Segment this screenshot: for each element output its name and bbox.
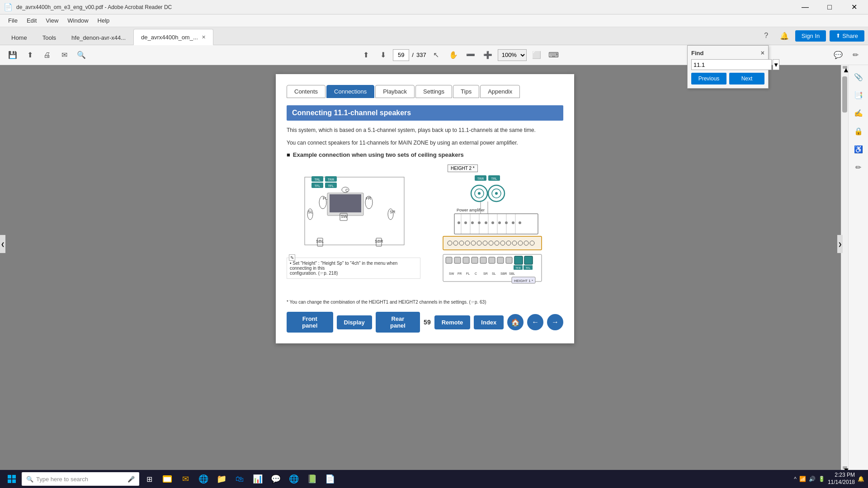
taskbar-folder-icon[interactable]: 📁 [213,471,230,487]
pen-button[interactable]: ✏ [848,48,863,62]
close-button[interactable]: ✕ [844,0,864,14]
svg-rect-77 [463,257,469,263]
sidebar-accessibility[interactable]: ♿ [850,141,867,157]
window-title: de_avrx4400h_om_e3_eng_v00.pdf - Adobe A… [16,4,172,10]
page-number-input[interactable] [393,49,409,61]
room-diagram: TRL TRR TFL TFL FL FR C SL SR [287,164,420,292]
taskbar-edge-icon[interactable]: 🌐 [195,471,212,487]
notification-center[interactable]: 🔔 [858,476,864,482]
find-dropdown-button[interactable]: ▼ [773,59,779,70]
remote-button[interactable]: Remote [434,315,471,329]
doc-tab-settings[interactable]: Settings [415,85,452,98]
svg-text:SL: SL [492,272,496,275]
menu-edit[interactable]: Edit [22,15,41,26]
svg-rect-78 [472,257,478,263]
taskbar-skype-icon[interactable]: 💬 [268,471,284,487]
svg-rect-38 [454,214,538,234]
prev-page-button[interactable]: ⬆ [359,48,373,62]
zoom-selector[interactable]: 100% 50% 75% 125% 150% [498,49,527,61]
hand-tool[interactable]: ✋ [446,48,461,62]
svg-text:TRL: TRL [314,178,320,181]
maximize-button[interactable]: □ [819,0,840,14]
taskbar-store-icon[interactable]: 🛍 [231,471,248,487]
menu-help[interactable]: Help [93,15,114,26]
sidebar-annotations[interactable]: 📎 [850,69,867,85]
next-page-button[interactable]: ⬇ [376,48,390,62]
doc-tab-appendix[interactable]: Appendix [480,85,520,98]
svg-text:TFL: TFL [315,184,321,188]
find-close-button[interactable]: × [761,49,764,56]
marquee-tool[interactable]: ⬜ [529,48,544,62]
sidebar-signatures[interactable]: ✍ [850,105,867,121]
help-button[interactable]: ? [759,28,774,43]
home-nav-button[interactable]: 🏠 [507,314,524,330]
save-button[interactable]: 💾 [5,48,20,62]
print-button[interactable]: 🖨 [40,48,54,62]
start-button[interactable] [4,471,20,487]
tab-bar: Home Tools hfe_denon-avr-x44... de_avrx4… [0,27,868,45]
room-svg: TRL TRR TFL TFL FL FR C SL SR [287,164,413,254]
show-hidden-icons[interactable]: ^ [794,476,797,482]
zoom-in-button[interactable]: ➕ [481,48,495,62]
task-view-button[interactable]: ⊞ [141,471,157,487]
zoom-out-button[interactable]: ➖ [463,48,478,62]
forward-nav-button[interactable]: → [547,314,563,330]
minimize-button[interactable]: — [795,0,816,14]
find-input[interactable] [691,59,772,70]
svg-point-48 [471,221,474,224]
taskbar-acrobat-icon[interactable]: 📄 [322,471,338,487]
find-next-button[interactable]: Next [729,73,764,84]
back-nav-button[interactable]: ← [527,314,543,330]
svg-point-51 [491,221,494,224]
doc-tab-tips[interactable]: Tips [453,85,479,98]
left-collapse-arrow[interactable]: ❮ [0,235,5,253]
rear-panel-button[interactable]: Rear panel [376,312,420,333]
index-button[interactable]: Index [474,315,504,329]
svg-text:SBR: SBR [500,272,507,275]
right-sidebar: 📎 📑 ✍ 🔒 ♿ ✏ [848,65,868,470]
tab-deavrx[interactable]: de_avrx4400h_om_... ✕ [133,29,213,45]
menu-window[interactable]: Window [63,15,93,26]
notification-button[interactable]: 🔔 [777,28,792,43]
taskbar-mail-icon[interactable]: ✉ [177,471,193,487]
tab-hfe[interactable]: hfe_denon-avr-x44... [64,30,133,45]
svg-rect-101 [8,479,11,483]
svg-point-54 [512,221,514,224]
volume-icon[interactable]: 🔊 [809,476,816,482]
cursor-tool[interactable]: ↖ [429,48,443,62]
tab-close-icon[interactable]: ✕ [202,34,206,40]
right-collapse-arrow[interactable]: ❯ [837,235,843,253]
doc-tab-playback[interactable]: Playback [375,85,415,98]
search-button[interactable]: 🔍 [74,48,89,62]
doc-tab-contents[interactable]: Contents [287,85,326,98]
sidebar-security[interactable]: 🔒 [850,123,867,139]
taskbar-excel-icon[interactable]: 📗 [304,471,320,487]
find-previous-button[interactable]: Previous [691,73,726,84]
comment-button[interactable]: 💬 [831,48,845,62]
sidebar-edit[interactable]: ✏ [850,159,867,175]
svg-rect-102 [12,479,16,483]
taskbar-chrome-icon[interactable]: 🌐 [286,471,302,487]
menu-file[interactable]: File [4,15,22,26]
sidebar-bookmarks[interactable]: 📑 [850,87,867,103]
page-number-display: 59 [424,319,431,326]
email-button[interactable]: ✉ [57,48,71,62]
menu-view[interactable]: View [41,15,63,26]
front-panel-button[interactable]: Front panel [287,312,333,333]
main-area: Contents Connections Playback Settings T… [5,65,844,474]
taskbar-office-icon[interactable]: 📊 [250,471,266,487]
taskbar-explorer-icon[interactable] [159,471,175,487]
system-clock[interactable]: 2:23 PM 11/14/2018 [828,472,855,486]
tab-tools[interactable]: Tools [35,30,64,45]
svg-rect-10 [330,194,361,212]
taskbar-search-box[interactable]: 🔍 Type here to search 🎤 [22,472,139,486]
sign-in-button[interactable]: Sign In [795,30,826,42]
desc-line2: You can connect speakers for 11-channels… [287,139,563,147]
taskbar: 🔍 Type here to search 🎤 ⊞ ✉ 🌐 📁 🛍 📊 💬 🌐 … [0,470,868,488]
display-button[interactable]: Display [337,315,372,329]
doc-tab-connections[interactable]: Connections [326,85,374,98]
share-button[interactable]: ⬆ Share [830,30,864,42]
keyboard-button[interactable]: ⌨ [547,48,561,62]
upload-button[interactable]: ⬆ [23,48,37,62]
tab-home[interactable]: Home [4,30,35,45]
